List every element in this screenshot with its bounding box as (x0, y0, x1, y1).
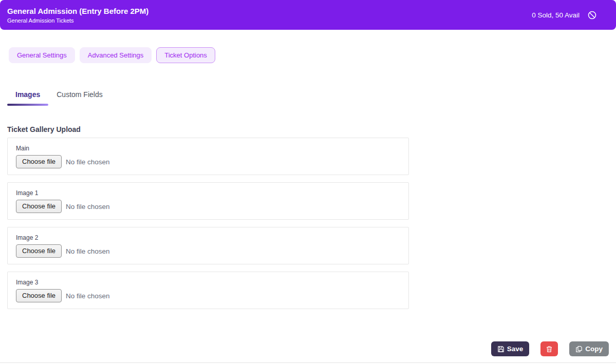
tab-advanced-settings[interactable]: Advanced Settings (80, 47, 152, 63)
file-status-main: No file chosen (66, 158, 110, 166)
file-input-main: Choose file No file chosen (16, 155, 400, 168)
choose-file-button-image-1[interactable]: Choose file (16, 200, 62, 213)
choose-file-button-image-3[interactable]: Choose file (16, 289, 62, 302)
delete-button[interactable] (540, 341, 558, 356)
ticket-header: General Admission (Entry Before 2PM) Gen… (0, 0, 616, 30)
upload-label-image-3: Image 3 (16, 279, 400, 286)
file-status-image-2: No file chosen (66, 247, 110, 255)
header-titles: General Admission (Entry Before 2PM) Gen… (7, 7, 148, 24)
page-title: General Admission (Entry Before 2PM) (7, 7, 148, 16)
ticket-options-subtabs: Images Custom Fields (7, 89, 111, 106)
copy-icon (575, 346, 583, 353)
upload-label-image-2: Image 2 (16, 234, 400, 241)
header-right: 0 Sold, 50 Avail (532, 11, 596, 20)
sold-availability-stats: 0 Sold, 50 Avail (532, 11, 580, 19)
upload-box-main: Main Choose file No file chosen (7, 138, 409, 175)
save-button[interactable]: Save (491, 341, 530, 356)
page-subtitle: General Admission Tickets (7, 17, 148, 24)
choose-file-button-image-2[interactable]: Choose file (16, 244, 62, 258)
copy-button[interactable]: Copy (569, 341, 609, 356)
upload-box-image-3: Image 3 Choose file No file chosen (7, 272, 409, 309)
section-title-ticket-gallery-upload: Ticket Gallery Upload (7, 125, 81, 133)
trash-icon (546, 346, 553, 353)
footer-actions: Save Copy (491, 341, 609, 356)
file-input-image-1: Choose file No file chosen (16, 200, 400, 213)
bottom-divider (0, 362, 616, 363)
upload-label-main: Main (16, 145, 400, 152)
subtab-images[interactable]: Images (7, 89, 48, 106)
file-status-image-1: No file chosen (66, 203, 110, 210)
upload-label-image-1: Image 1 (16, 189, 400, 197)
disable-ticket-icon[interactable] (588, 11, 596, 20)
upload-box-image-2: Image 2 Choose file No file chosen (7, 227, 409, 264)
file-status-image-3: No file chosen (66, 292, 110, 300)
choose-file-button-main[interactable]: Choose file (16, 155, 62, 168)
file-input-image-3: Choose file No file chosen (16, 289, 400, 302)
upload-box-image-1: Image 1 Choose file No file chosen (7, 182, 409, 220)
subtab-custom-fields[interactable]: Custom Fields (48, 89, 110, 106)
file-input-image-2: Choose file No file chosen (16, 244, 400, 258)
settings-tabs: General Settings Advanced Settings Ticke… (9, 47, 215, 63)
tab-general-settings[interactable]: General Settings (9, 47, 75, 63)
upload-list: Main Choose file No file chosen Image 1 … (7, 138, 409, 316)
save-button-label: Save (507, 345, 524, 353)
save-icon (497, 346, 505, 353)
copy-button-label: Copy (585, 345, 603, 353)
tab-ticket-options[interactable]: Ticket Options (156, 47, 215, 63)
